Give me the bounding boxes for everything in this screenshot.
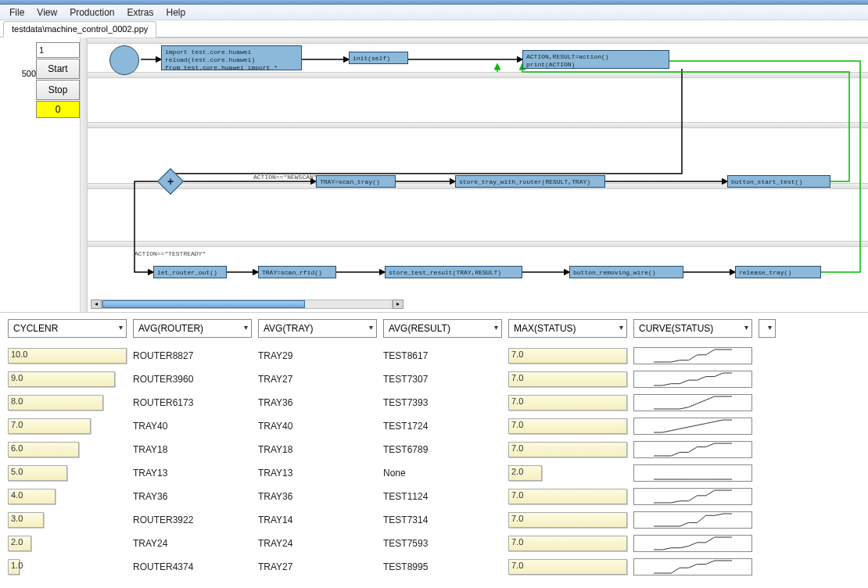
cyclenr-bar: 5.0 [8,465,127,481]
node-let-router[interactable]: let_router_out() [153,266,227,278]
dropdown-extra[interactable] [759,319,776,338]
data-area: CYCLENR AVG(ROUTER) AVG(TRAY) AVG(RESULT… [0,313,868,588]
status-bar: 7.0 [508,442,627,457]
table-row: 2.0TRAY24TRAY24TEST75937.0 [8,535,860,552]
dropdown-status[interactable]: MAX(STATUS) [508,319,627,338]
curve-cell [633,488,752,505]
node-store-result[interactable]: store_test_result(TRAY,RESULT) [385,266,522,278]
node-removing-wire[interactable]: button_removing_wire() [569,266,683,278]
cyclenr-bar: 8.0 [8,395,127,411]
router-cell: ROUTER3922 [133,514,252,525]
left-gutter [80,38,88,312]
result-cell: TEST6789 [383,444,502,455]
cyclenr-bar: 9.0 [8,371,127,387]
node-import[interactable]: import test.core.huawei reload(test.core… [161,45,302,70]
status-bar: 7.0 [508,371,627,387]
router-cell: TRAY18 [133,444,252,455]
router-cell: ROUTER3960 [133,374,252,385]
menu-help[interactable]: Help [160,5,192,20]
router-cell: TRAY36 [133,491,252,502]
table-row: 5.0TRAY13TRAY13None2.0 [8,464,860,482]
tray-cell: TRAY36 [258,491,377,502]
scroll-track[interactable] [102,299,393,309]
cycle-input[interactable] [36,42,80,58]
edges-svg [88,38,868,303]
curve-cell [633,371,752,388]
cyclenr-bar: 10.0 [8,348,127,364]
curve-cell [633,558,752,575]
dropdown-curve[interactable]: CURVE(STATUS) [633,319,752,338]
cyclenr-bar: 1.0 [8,559,127,575]
stop-button[interactable]: Stop [36,80,80,100]
result-cell: TEST8995 [383,561,502,572]
table-row: 3.0ROUTER3922TRAY14TEST73147.0 [8,511,860,529]
tray-cell: TRAY18 [258,444,377,455]
router-cell: ROUTER4374 [133,561,252,572]
scale-label: 500 [22,69,36,78]
menu-file[interactable]: File [3,5,30,20]
cyclenr-bar: 7.0 [8,418,127,434]
dropdown-result[interactable]: AVG(RESULT) [383,319,502,338]
tray-cell: TRAY36 [258,397,377,408]
status-bar: 7.0 [508,559,627,575]
tab-active[interactable]: testdata\machine_control_0002.ppy [3,21,156,38]
tray-cell: TRAY29 [258,350,377,361]
table-row: 8.0ROUTER6173TRAY36TEST73937.0 [8,394,860,411]
result-cell: None [383,468,502,479]
table-row: 4.0TRAY36TRAY36TEST11247.0 [8,488,860,505]
curve-cell [633,535,752,552]
node-button-start[interactable]: button_start_test() [727,175,830,188]
left-panel: 500 Start Stop 0 [0,38,88,312]
node-store-tray[interactable]: store_tray_with_router(RESULT,TRAY) [455,175,605,188]
curve-cell [633,347,752,364]
status-bar: 2.0 [508,465,627,481]
status-bar: 7.0 [508,536,627,551]
workspace: 500 Start Stop 0 [0,38,868,313]
tray-cell: TRAY27 [258,561,377,572]
curve-cell [633,394,752,411]
status-bar: 7.0 [508,512,627,528]
table-row: 9.0ROUTER3960TRAY27TEST73077.0 [8,371,860,388]
scroll-right-icon[interactable]: ▸ [393,299,404,309]
node-scan-tray[interactable]: TRAY=scan_tray() [316,175,396,188]
result-cell: TEST7393 [383,397,502,408]
dropdown-router[interactable]: AVG(ROUTER) [133,319,252,338]
cyclenr-bar: 2.0 [8,536,127,551]
cyclenr-bar: 4.0 [8,489,127,504]
node-action[interactable]: ACTION,RESULT=action() print(ACTION) [522,50,669,69]
result-cell: TEST7307 [383,374,502,385]
curve-cell [633,441,752,458]
router-cell: TRAY24 [133,538,252,549]
result-cell: TEST7314 [383,514,502,525]
scroll-thumb[interactable] [102,300,305,308]
canvas-hscroll[interactable]: ◂ ▸ [91,299,404,309]
menu-extras[interactable]: Extras [121,5,160,20]
status-bar: 7.0 [508,348,627,364]
start-node[interactable] [109,45,139,75]
dropdown-tray[interactable]: AVG(TRAY) [258,319,377,338]
tray-cell: TRAY40 [258,421,377,432]
result-cell: TEST1124 [383,491,502,502]
result-cell: TEST1724 [383,421,502,432]
start-button[interactable]: Start [36,59,80,79]
tray-cell: TRAY14 [258,514,377,525]
menu-view[interactable]: View [30,5,63,20]
table-row: 7.0TRAY40TRAY40TEST17247.0 [8,418,860,435]
dropdown-cyclenr[interactable]: CYCLENR [8,319,127,338]
menu-production[interactable]: Production [63,5,120,20]
scroll-left-icon[interactable]: ◂ [91,299,102,309]
curve-cell [633,464,752,482]
tray-cell: TRAY24 [258,538,377,549]
cyclenr-bar: 6.0 [8,442,127,457]
flow-canvas[interactable]: import test.core.huawei reload(test.core… [88,38,868,312]
menubar: File View Production Extras Help [0,5,868,20]
node-init[interactable]: init(self) [349,52,408,64]
result-cell: TEST8617 [383,350,502,361]
column-headers: CYCLENR AVG(ROUTER) AVG(TRAY) AVG(RESULT… [8,319,860,338]
node-scan-rfid[interactable]: TRAY=scan_rfid() [258,266,336,278]
node-release-tray[interactable]: release_tray() [735,266,821,278]
cyclenr-bar: 3.0 [8,512,127,528]
table-row: 6.0TRAY18TRAY18TEST67897.0 [8,441,860,458]
cycle-counter: 0 [36,101,80,118]
curve-cell [633,511,752,529]
